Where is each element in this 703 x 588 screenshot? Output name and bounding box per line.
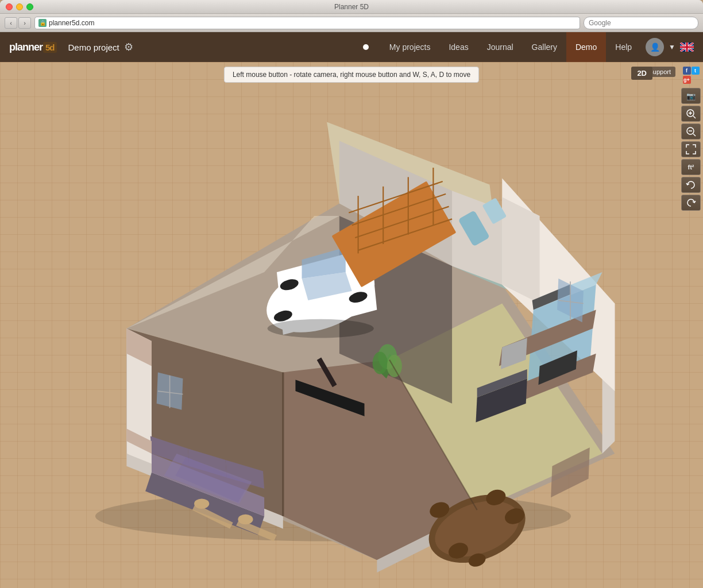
nav-indicator (363, 44, 369, 50)
undo-button[interactable] (681, 177, 701, 193)
svg-point-67 (373, 351, 388, 374)
user-avatar[interactable]: 👤 (646, 38, 664, 56)
settings-button[interactable]: ⚙ (124, 41, 133, 53)
logo-area: planner5d (9, 41, 57, 53)
nav-item-gallery[interactable]: Gallery (523, 32, 566, 62)
svg-point-68 (387, 355, 402, 377)
nav-item-journal[interactable]: Journal (478, 32, 523, 62)
social-icons-group: f t g+ (683, 67, 700, 84)
main-content: Left mouse button - rotate camera, right… (0, 62, 703, 588)
fullscreen-button[interactable] (681, 141, 701, 157)
svg-marker-16 (502, 197, 539, 303)
browser-window-controls (6, 3, 33, 10)
google-plus-icon[interactable]: g+ (683, 76, 691, 84)
app-navbar: planner5d Demo project ⚙ My projects Ide… (0, 32, 703, 62)
browser-toolbar: ‹ › 🔒 planner5d.com Google (0, 14, 703, 32)
minimize-button[interactable] (16, 3, 23, 10)
nav-item-help[interactable]: Help (606, 32, 641, 62)
user-area: 👤 ▼ (646, 38, 694, 56)
2d-mode-button[interactable]: 2D (631, 67, 652, 80)
zoom-in-button[interactable] (681, 106, 701, 122)
svg-line-89 (693, 134, 696, 136)
facebook-icon[interactable]: f (683, 67, 691, 75)
social-row-1: f t (683, 67, 700, 75)
camera-button[interactable]: 📷 (681, 88, 701, 104)
house-3d-render[interactable] (46, 91, 620, 579)
right-controls-panel: f t g+ 📷 (679, 62, 703, 588)
address-text: planner5d.com (49, 19, 94, 27)
project-name: Demo project (68, 42, 119, 52)
maximize-button[interactable] (26, 3, 33, 10)
twitter-icon[interactable]: t (692, 67, 700, 75)
app-area: planner5d Demo project ⚙ My projects Ide… (0, 32, 703, 588)
search-bar[interactable]: Google (584, 17, 698, 29)
nav-item-demo[interactable]: Demo (566, 32, 606, 62)
search-label: Google (589, 19, 611, 27)
forward-arrow[interactable]: › (18, 17, 31, 29)
browser-window: Planner 5D ‹ › 🔒 planner5d.com Google pl… (0, 0, 703, 588)
nav-item-my-projects[interactable]: My projects (380, 32, 440, 62)
user-dropdown-arrow[interactable]: ▼ (669, 43, 675, 51)
nav-item-ideas[interactable]: Ideas (439, 32, 477, 62)
back-arrow[interactable]: ‹ (5, 17, 17, 29)
nav-items: My projects Ideas Journal Gallery Demo H… (380, 32, 641, 62)
navigation-arrows: ‹ › (5, 17, 31, 29)
language-flag[interactable] (680, 42, 694, 52)
secure-icon: 🔒 (38, 19, 47, 27)
svg-point-22 (268, 319, 374, 338)
units-button[interactable]: ft² (681, 159, 701, 175)
tooltip-text: Left mouse button - rotate camera, right… (233, 71, 470, 79)
close-button[interactable] (6, 3, 13, 10)
browser-title: Planner 5D (334, 3, 369, 11)
tooltip-bar: Left mouse button - rotate camera, right… (224, 67, 479, 83)
browser-titlebar: Planner 5D (0, 0, 703, 14)
address-bar[interactable]: 🔒 planner5d.com (34, 17, 580, 29)
svg-line-85 (693, 116, 696, 118)
zoom-out-button[interactable] (681, 123, 701, 140)
redo-button[interactable] (681, 195, 701, 211)
logo-text: planner5d (9, 41, 57, 53)
social-row-2: g+ (683, 76, 700, 84)
